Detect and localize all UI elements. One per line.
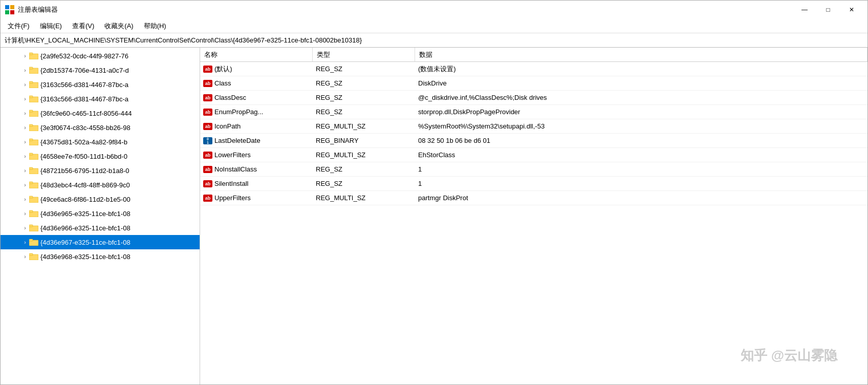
tree-label: {48d3ebc4-4cf8-48ff-b869-9c0 (40, 181, 130, 189)
folder-icon (29, 80, 38, 89)
cell-name-text: NoInstallClass (214, 165, 257, 173)
svg-rect-33 (29, 253, 33, 255)
folder-icon (29, 224, 38, 232)
svg-rect-31 (29, 239, 33, 241)
cell-name-text: LastDeleteDate (214, 137, 261, 144)
tree-label: {49ce6ac8-6f86-11d2-b1e5-00 (40, 196, 131, 203)
table-row[interactable]: ab(默认)REG_SZ(数值未设置) (200, 62, 867, 76)
col-header-data[interactable]: 数据 (415, 48, 867, 61)
table-row[interactable]: abIconPathREG_MULTI_SZ%SystemRoot%\Syste… (200, 119, 867, 134)
table-row[interactable]: abClassDescREG_SZ@c_diskdrive.inf,%Class… (200, 91, 867, 105)
cell-name-text: EnumPropPag... (214, 108, 263, 116)
cell-name: abNoInstallClass (200, 165, 313, 173)
svg-rect-0 (5, 5, 9, 9)
cell-name: abClass (200, 79, 313, 87)
cell-name-text: ClassDesc (214, 94, 246, 101)
cell-data: DiskDrive (415, 79, 867, 87)
cell-data: %SystemRoot%\System32\setupapi.dll,-53 (415, 122, 867, 130)
cell-name: 01LastDeleteDate (200, 137, 313, 144)
tree-label: {2a9fe532-0cdc-44f9-9827-76 (40, 52, 128, 60)
cell-name-text: (默认) (214, 65, 232, 74)
tree-arrow-icon: › (21, 66, 29, 74)
cell-data: 1 (415, 165, 867, 173)
tree-item[interactable]: › {4d36e966-e325-11ce-bfc1-08 (1, 221, 200, 235)
svg-rect-11 (29, 96, 33, 98)
folder-icon (29, 95, 38, 103)
tree-item[interactable]: › {43675d81-502a-4a82-9f84-b (1, 135, 200, 149)
menu-item-编辑e[interactable]: 编辑(E) (35, 20, 67, 32)
tree-item[interactable]: › {3163c566-d381-4467-87bc-a (1, 77, 200, 92)
tree-arrow-icon: › (21, 195, 29, 203)
menu-item-文件f[interactable]: 文件(F) (3, 20, 35, 32)
folder-icon (29, 123, 38, 132)
window-title: 注册表编辑器 (18, 5, 793, 14)
svg-rect-21 (29, 167, 33, 169)
tree-item[interactable]: › {2db15374-706e-4131-a0c7-d (1, 63, 200, 77)
tree-arrow-icon: › (21, 123, 29, 132)
cell-name: abEnumPropPag... (200, 108, 313, 116)
tree-arrow-icon: › (21, 138, 29, 146)
svg-rect-7 (29, 67, 33, 69)
menu-item-查看v[interactable]: 查看(V) (67, 20, 99, 32)
cell-data: 08 32 50 1b 06 be d6 01 (415, 137, 867, 144)
cell-data: storprop.dll,DiskPropPageProvider (415, 108, 867, 116)
cell-name: abClassDesc (200, 94, 313, 101)
cell-name-text: SilentInstall (214, 180, 248, 187)
col-header-name[interactable]: 名称 (200, 48, 313, 61)
tree-label: {3163c566-d381-4467-87bc-a (40, 95, 128, 103)
menu-item-收藏夹a[interactable]: 收藏夹(A) (99, 20, 138, 32)
reg-binary-icon: 01 (203, 137, 212, 144)
folder-icon (29, 52, 38, 60)
tree-item[interactable]: › {36fc9e60-c465-11cf-8056-444 (1, 106, 200, 120)
titlebar: 注册表编辑器 — □ ✕ (1, 1, 867, 19)
folder-icon (29, 152, 38, 160)
svg-rect-17 (29, 139, 33, 141)
svg-rect-1 (10, 5, 14, 9)
reg-sz-icon: ab (203, 195, 212, 202)
svg-rect-15 (29, 124, 33, 126)
cell-data: partmgr DiskProt (415, 194, 867, 202)
folder-icon (29, 209, 38, 218)
cell-type: REG_SZ (313, 65, 415, 73)
cell-type: REG_MULTI_SZ (313, 151, 415, 159)
table-row[interactable]: abNoInstallClassREG_SZ1 (200, 162, 867, 177)
tree-arrow-icon: › (21, 181, 29, 189)
main-window: 注册表编辑器 — □ ✕ 文件(F)编辑(E)查看(V)收藏夹(A)帮助(H) … (0, 0, 868, 385)
svg-rect-2 (5, 10, 9, 14)
table-row[interactable]: abLowerFiltersREG_MULTI_SZEhStorClass (200, 148, 867, 162)
tree-item[interactable]: › {4d36e968-e325-11ce-bfc1-08 (1, 249, 200, 264)
folder-icon (29, 238, 38, 246)
tree-item[interactable]: › {4658ee7e-f050-11d1-b6bd-0 (1, 149, 200, 163)
col-header-type[interactable]: 类型 (313, 48, 415, 61)
table-row[interactable]: abEnumPropPag...REG_SZstorprop.dll,DiskP… (200, 105, 867, 119)
tree-item[interactable]: › {48721b56-6795-11d2-b1a8-0 (1, 163, 200, 178)
tree-item[interactable]: › {4d36e965-e325-11ce-bfc1-08 (1, 206, 200, 221)
cell-data: @c_diskdrive.inf,%ClassDesc%;Disk drives (415, 94, 867, 101)
tree-item[interactable]: › {48d3ebc4-4cf8-48ff-b869-9c0 (1, 178, 200, 192)
svg-rect-27 (29, 210, 33, 212)
table-row[interactable]: abSilentInstallREG_SZ1 (200, 177, 867, 191)
menu-item-帮助h[interactable]: 帮助(H) (139, 20, 171, 32)
svg-rect-13 (29, 110, 33, 112)
minimize-button[interactable]: — (793, 2, 816, 18)
address-path: 计算机\HKEY_LOCAL_MACHINE\SYSTEM\CurrentCon… (5, 36, 362, 45)
maximize-button[interactable]: □ (816, 2, 840, 18)
cell-name: abIconPath (200, 122, 313, 130)
cell-name-text: LowerFilters (214, 151, 251, 159)
close-button[interactable]: ✕ (840, 2, 863, 18)
table-row[interactable]: 01LastDeleteDateREG_BINARY08 32 50 1b 06… (200, 134, 867, 148)
app-icon (5, 5, 15, 15)
tree-item[interactable]: › {49ce6ac8-6f86-11d2-b1e5-00 (1, 192, 200, 206)
cell-type: REG_MULTI_SZ (313, 194, 415, 202)
tree-arrow-icon: › (21, 152, 29, 160)
tree-label: {3e3f0674-c83c-4558-bb26-98 (40, 124, 131, 132)
table-row[interactable]: abUpperFiltersREG_MULTI_SZpartmgr DiskPr… (200, 191, 867, 205)
tree-item[interactable]: › {4d36e967-e325-11ce-bfc1-08 (1, 235, 200, 249)
tree-item[interactable]: › {2a9fe532-0cdc-44f9-9827-76 (1, 49, 200, 63)
table-row[interactable]: abClassREG_SZDiskDrive (200, 76, 867, 91)
svg-rect-5 (29, 53, 33, 55)
tree-item[interactable]: › {3e3f0674-c83c-4558-bb26-98 (1, 120, 200, 135)
cell-type: REG_SZ (313, 180, 415, 187)
tree-item[interactable]: › {3163c566-d381-4467-87bc-a (1, 92, 200, 106)
tree-panel[interactable]: › {2a9fe532-0cdc-44f9-9827-76› {2db15374… (1, 48, 200, 384)
